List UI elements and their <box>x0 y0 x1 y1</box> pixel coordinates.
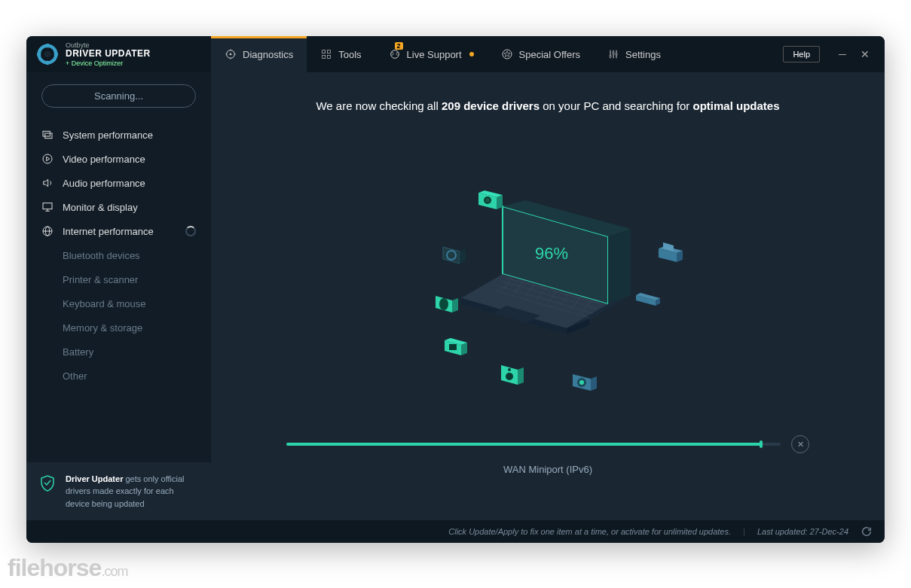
svg-rect-13 <box>328 50 331 53</box>
tab-live-support[interactable]: 2Live Support <box>375 36 488 72</box>
sidebar: Scanning... System performanceVideo perf… <box>26 72 211 520</box>
help-button[interactable]: Help <box>783 46 820 62</box>
window-controls: Help ─ ✕ <box>772 36 885 72</box>
tab-label: Live Support <box>407 49 462 60</box>
webcam-device-icon <box>567 364 601 398</box>
promo-footer: Driver Updater gets only official driver… <box>26 462 211 521</box>
category-label: Memory & storage <box>63 322 142 334</box>
category-label: System performance <box>63 129 153 141</box>
category-label: Keyboard & mouse <box>63 298 146 309</box>
system-icon <box>41 129 53 141</box>
category-monitor[interactable]: Monitor & display <box>32 195 205 219</box>
brand-sub: + Device Optimizer <box>66 59 151 67</box>
tab-tools[interactable]: Tools <box>307 36 374 72</box>
svg-rect-12 <box>323 50 326 53</box>
monitor-icon <box>41 201 53 213</box>
mouse-device-icon <box>431 285 466 320</box>
brand-logo-icon <box>37 44 58 65</box>
tab-special-offers[interactable]: Special Offers <box>488 36 594 72</box>
category-label: Monitor & display <box>63 202 138 213</box>
category-label: Bluetooth devices <box>63 250 140 261</box>
laptop-illustration: 96% <box>450 199 646 349</box>
special-offers-icon <box>501 48 513 60</box>
tab-label: Diagnostics <box>243 49 293 60</box>
tab-label: Settings <box>625 49 661 60</box>
settings-icon <box>607 48 619 60</box>
progress-area: ✕ WAN Miniport (IPv6) <box>211 435 885 520</box>
diagnostics-icon <box>225 48 237 60</box>
current-item: WAN Miniport (IPv6) <box>286 464 809 475</box>
svg-rect-15 <box>328 55 331 58</box>
video-icon <box>41 153 53 165</box>
brand: Outbyte DRIVER UPDATER + Device Optimize… <box>26 36 211 72</box>
headline: We are now checking all 209 device drive… <box>211 72 885 127</box>
svg-point-36 <box>506 373 513 380</box>
category-keyboard[interactable]: Keyboard & mouse <box>32 291 205 315</box>
badge: 2 <box>395 42 403 50</box>
svg-point-23 <box>43 154 52 163</box>
svg-rect-2 <box>46 44 49 47</box>
category-label: Printer & scanner <box>63 274 138 285</box>
cancel-scan-button[interactable]: ✕ <box>791 435 809 453</box>
category-system[interactable]: System performance <box>32 123 205 147</box>
tools-icon <box>320 48 332 60</box>
internet-icon <box>41 225 53 237</box>
camera-device-icon <box>472 184 507 218</box>
titlebar: Outbyte DRIVER UPDATER + Device Optimize… <box>26 36 885 72</box>
svg-rect-24 <box>43 203 52 209</box>
category-memory[interactable]: Memory & storage <box>32 315 205 340</box>
minimize-button[interactable]: ─ <box>833 45 851 63</box>
watermark: filehorse.com <box>8 554 127 582</box>
close-button[interactable]: ✕ <box>856 45 874 63</box>
svg-rect-14 <box>323 55 326 58</box>
audio-icon <box>41 177 53 189</box>
category-video[interactable]: Video performance <box>32 147 205 171</box>
svg-point-16 <box>390 50 399 59</box>
category-list: System performanceVideo performanceAudio… <box>26 123 211 462</box>
category-label: Internet performance <box>63 226 154 237</box>
progress-bar <box>286 443 781 446</box>
status-hint: Click Update/Apply to fix one item at a … <box>448 527 731 536</box>
svg-point-18 <box>610 55 612 57</box>
illustration: 96% <box>211 127 885 435</box>
category-internet[interactable]: Internet performance <box>32 219 205 243</box>
live-support-icon <box>389 48 401 60</box>
category-audio[interactable]: Audio performance <box>32 171 205 195</box>
tab-label: Special Offers <box>519 49 580 60</box>
printer-device-icon <box>653 236 687 271</box>
brand-product: DRIVER UPDATER <box>66 49 151 59</box>
refresh-icon[interactable] <box>861 526 873 538</box>
driver-count: 209 device drivers <box>442 99 540 112</box>
svg-point-1 <box>44 51 51 58</box>
svg-rect-4 <box>37 53 41 56</box>
category-printer[interactable]: Printer & scanner <box>32 267 205 291</box>
tab-diagnostics[interactable]: Diagnostics <box>211 36 307 72</box>
category-other[interactable]: Other <box>32 364 205 388</box>
svg-point-20 <box>616 53 618 56</box>
chip-device-icon <box>439 330 473 364</box>
svg-point-37 <box>508 368 511 371</box>
notification-dot-icon <box>469 52 474 56</box>
shield-check-icon <box>38 474 57 492</box>
category-battery[interactable]: Battery <box>32 340 205 364</box>
svg-point-19 <box>613 52 615 54</box>
svg-rect-5 <box>54 53 58 56</box>
svg-rect-21 <box>43 131 50 136</box>
svg-point-32 <box>485 198 490 203</box>
speaker-device-icon <box>495 356 530 391</box>
percent-label: 96% <box>535 244 568 263</box>
tabs: DiagnosticsTools2Live SupportSpecial Off… <box>211 36 772 72</box>
app-window: Outbyte DRIVER UPDATER + Device Optimize… <box>26 36 885 543</box>
statusbar: Click Update/Apply to fix one item at a … <box>26 520 885 543</box>
category-bluetooth[interactable]: Bluetooth devices <box>32 243 205 267</box>
main-panel: We are now checking all 209 device drive… <box>211 72 885 520</box>
category-label: Other <box>63 370 87 382</box>
svg-point-34 <box>439 298 448 310</box>
svg-point-39 <box>579 380 584 385</box>
tab-settings[interactable]: Settings <box>594 36 674 72</box>
svg-rect-22 <box>45 133 52 139</box>
category-label: Audio performance <box>63 178 145 189</box>
usb-device-icon <box>630 282 665 316</box>
scan-button[interactable]: Scanning... <box>41 84 196 108</box>
category-label: Video performance <box>63 154 145 165</box>
